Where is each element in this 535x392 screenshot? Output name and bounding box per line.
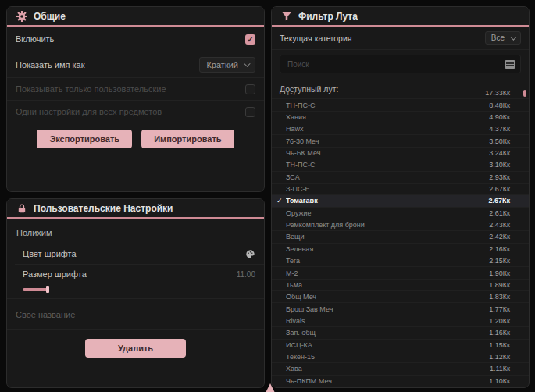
loot-item-value: 1.16Кк: [489, 329, 510, 337]
loot-item-value: 1.10Кк: [489, 377, 510, 385]
delete-button[interactable]: Удалить: [85, 339, 186, 358]
import-button[interactable]: Импортировать: [141, 130, 234, 148]
loot-item-value: 2.61Кк: [489, 209, 510, 217]
show-name-value: Краткий: [206, 60, 238, 69]
loot-item-name: Т-7: [286, 89, 485, 97]
loot-item-value: 1.83Кк: [489, 293, 510, 301]
loot-item-value: 1.20Кк: [489, 317, 510, 325]
loot-filter-panel: Фильтр Лута Текущая категория Все Доступ…: [271, 6, 530, 388]
list-item[interactable]: ✓ 76-30 Меч 3.50Кк: [272, 135, 529, 147]
font-size-row: Размер шрифта 11.00: [15, 265, 264, 283]
loot-item-name: Тега: [286, 257, 489, 265]
export-button[interactable]: Экспортировать: [37, 130, 132, 148]
enable-label: Включить: [16, 34, 54, 44]
check-icon: ✓: [276, 197, 286, 205]
general-panel-title: Общие: [34, 11, 66, 22]
search-bar: [280, 55, 521, 73]
loot-item-name: Хава: [286, 365, 490, 372]
list-item[interactable]: ✓ Вещи 2.42Кк: [272, 231, 529, 243]
list-item[interactable]: ✓ Тега 2.15Кк: [272, 255, 529, 267]
list-item[interactable]: ✓ Чь-ПКПМ Меч 1.10Кк: [272, 376, 529, 387]
loot-item-value: 1.90Кк: [489, 269, 510, 277]
loot-item-name: Хания: [286, 113, 489, 121]
list-item[interactable]: ✓ Томагавк 2.67Кк: [272, 195, 529, 207]
loot-item-name: ИСЦ-КА: [286, 341, 489, 349]
list-item[interactable]: ✓ ИСЦ-КА 1.15Кк: [272, 340, 529, 351]
font-size-slider-row: [7, 283, 264, 299]
loot-item-value: 3.50Кк: [489, 137, 510, 145]
list-item[interactable]: ✓ ТН-ПС-С 3.10Кк: [272, 159, 529, 171]
search-input[interactable]: [287, 60, 505, 69]
font-color-row: Цвет шрифта: [15, 244, 264, 265]
same-settings-label: Одни настройки для всех предметов: [16, 107, 162, 116]
custom-name-input[interactable]: [16, 310, 255, 319]
loot-item-value: 2.43Кк: [489, 221, 510, 229]
chevron-down-icon: [244, 60, 250, 66]
loot-item-name: Rivals: [286, 317, 489, 325]
loot-item-name: М-2: [286, 269, 489, 277]
loot-item-name: Зеленая: [286, 245, 489, 253]
show-name-dropdown[interactable]: Краткий: [199, 57, 255, 73]
loot-item-value: 1.89Кк: [489, 281, 510, 289]
list-item[interactable]: ✓ ТН-ПС-С 8.48Кк: [272, 99, 529, 111]
loot-item-value: 2.67Кк: [488, 197, 510, 205]
gear-icon: [16, 11, 27, 22]
list-item[interactable]: ✓ Rivals 1.20Кк: [272, 315, 529, 327]
loot-item-name: Текен-15: [286, 353, 489, 361]
list-item[interactable]: ✓ Общ Меч 1.83Кк: [272, 291, 529, 303]
only-custom-row: Показывать только пользовательские: [7, 78, 264, 101]
list-item[interactable]: ✓ Т-7 17.33Кк: [272, 87, 529, 99]
loot-item-value: 1.77Кк: [489, 305, 510, 313]
funnel-icon: [281, 11, 292, 22]
loot-item-value: 2.42Кк: [489, 233, 510, 241]
loot-item-name: Вещи: [286, 233, 489, 241]
loot-item-value: 2.15Кк: [489, 257, 510, 265]
font-size-slider[interactable]: [23, 287, 255, 291]
list-item[interactable]: ✓ Хава 1.11Кк: [272, 363, 529, 375]
list-item[interactable]: ✓ Hawx 4.37Кк: [272, 123, 529, 135]
filter-panel-header: Фильтр Лута: [272, 7, 529, 27]
slider-thumb[interactable]: [46, 286, 49, 293]
loot-item-value: 2.93Кк: [489, 173, 510, 181]
mouse-cursor: [266, 383, 275, 392]
font-size-value: 11.00: [237, 270, 255, 279]
same-settings-checkbox: [245, 107, 255, 117]
list-item[interactable]: ✓ Оружие 2.61Кк: [272, 208, 529, 219]
loot-item-value: 2.16Кк: [489, 245, 510, 253]
show-name-label: Показать имя как: [16, 60, 85, 69]
only-custom-label: Показывать только пользовательские: [16, 84, 166, 94]
list-item[interactable]: ✓ З-ПС-Е 2.67Кк: [272, 184, 529, 195]
keyboard-icon[interactable]: [505, 60, 515, 69]
loot-item-name: Чь-ПКПМ Меч: [286, 377, 489, 385]
loot-item-name: Чь-БК Меч: [286, 149, 489, 157]
lock-icon: [16, 203, 27, 214]
list-item[interactable]: ✓ ЗСА 2.93Кк: [272, 172, 529, 184]
loot-item-name: Оружие: [286, 209, 489, 217]
list-item[interactable]: ✓ Брош Зав Меч 1.77Кк: [272, 303, 529, 315]
loot-item-name: Тьма: [286, 281, 489, 289]
list-item[interactable]: ✓ Ремкомплект для брони 2.43Кк: [272, 219, 529, 231]
selected-item-name: Полихим: [7, 219, 264, 244]
list-item[interactable]: ✓ Тьма 1.89Кк: [272, 280, 529, 291]
loot-item-name: З-ПС-Е: [286, 185, 489, 193]
loot-item-value: 17.33Кк: [485, 89, 510, 97]
loot-item-value: 1.15Кк: [489, 341, 510, 349]
category-row: Текущая категория Все: [272, 27, 529, 50]
list-item[interactable]: ✓ Зеленая 2.16Кк: [272, 244, 529, 255]
list-item[interactable]: ✓ М-2 1.90Кк: [272, 267, 529, 279]
show-name-row: Показать имя как Краткий: [7, 52, 264, 78]
list-item[interactable]: ✓ Зап. общ 1.16Кк: [272, 327, 529, 339]
category-dropdown[interactable]: Все: [485, 31, 521, 45]
list-item[interactable]: ✓ Хания 4.90Кк: [272, 112, 529, 123]
palette-icon[interactable]: [245, 249, 255, 259]
loot-item-value: 4.37Кк: [489, 125, 510, 133]
font-size-label: Размер шрифта: [23, 269, 87, 279]
list-item[interactable]: ✓ Текен-15 1.12Кк: [272, 351, 529, 363]
filter-panel-title: Фильтр Лута: [298, 11, 358, 22]
enable-checkbox[interactable]: ✓: [245, 34, 255, 45]
custom-panel-header: Пользовательские Настройки: [7, 199, 264, 219]
scrollbar-thumb[interactable]: [523, 90, 526, 97]
loot-item-value: 3.10Кк: [489, 161, 510, 169]
custom-name-row: [7, 299, 264, 330]
list-item[interactable]: ✓ Чь-БК Меч 3.24Кк: [272, 148, 529, 159]
